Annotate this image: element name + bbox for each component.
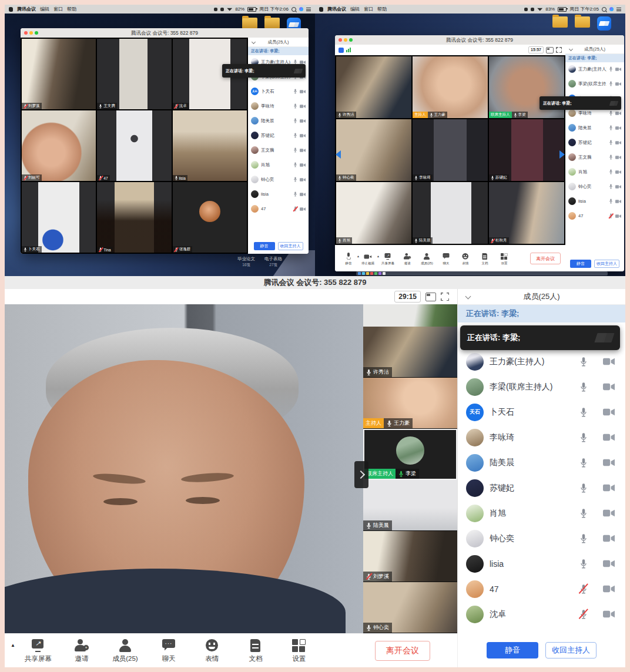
leave-meeting-button[interactable]: 离开会议 [375, 641, 430, 661]
camera-icon[interactable] [300, 207, 306, 211]
layout-switch-icon[interactable] [546, 47, 554, 53]
mic-icon[interactable] [579, 559, 588, 569]
toolbar-button[interactable]: + 邀请 [398, 251, 417, 266]
camera-icon[interactable] [300, 119, 306, 123]
camera-icon[interactable] [603, 382, 615, 391]
mic-icon[interactable] [609, 213, 613, 219]
member-row[interactable]: 李梁(联席主持人) [565, 76, 624, 91]
camera-icon[interactable] [615, 126, 621, 130]
toolbar-button[interactable]: 文档 [475, 251, 495, 266]
member-row[interactable]: 王文腾 [248, 143, 309, 157]
menubar-item[interactable]: 编辑 [40, 6, 49, 12]
leave-meeting-button[interactable]: 离开会议 [530, 253, 561, 264]
control-center-icon[interactable] [616, 8, 621, 11]
member-row[interactable]: 47 [248, 201, 309, 216]
minimize-button[interactable] [29, 31, 33, 35]
camera-icon[interactable] [300, 192, 306, 197]
member-row[interactable]: lisia [248, 187, 309, 201]
video-thumbnail[interactable]: 刘梦溪 [363, 531, 457, 582]
menubar-app-name[interactable]: 腾讯会议 [17, 6, 36, 12]
camera-icon[interactable] [615, 140, 621, 145]
video-tile[interactable]: 苏键妃 [489, 119, 564, 181]
mic-icon[interactable] [579, 483, 588, 493]
video-tile[interactable]: Tina [97, 182, 171, 253]
toolbar-button[interactable]: ↗ 共享屏幕 [19, 639, 58, 663]
search-icon[interactable] [602, 7, 606, 12]
folder-icon[interactable] [552, 16, 568, 28]
camera-icon[interactable] [615, 170, 621, 174]
menubar-app-name[interactable]: 腾讯会议 [327, 6, 346, 12]
camera-icon[interactable] [615, 111, 621, 116]
mic-icon[interactable] [293, 191, 297, 197]
toolbar-button[interactable]: + 邀请 [62, 639, 101, 663]
mic-icon[interactable] [579, 382, 588, 392]
video-thumbnail[interactable]: 陆美晨 [363, 480, 457, 531]
camera-icon[interactable] [603, 534, 615, 543]
video-tile[interactable]: 王文腾 [97, 39, 171, 109]
zoom-button[interactable] [35, 31, 38, 35]
camera-icon[interactable] [615, 184, 621, 189]
member-row[interactable]: 苏键妃 [248, 128, 309, 143]
mic-icon[interactable] [293, 89, 297, 94]
mic-icon[interactable] [579, 432, 588, 443]
member-row[interactable]: 王文腾 [565, 150, 624, 164]
toolbar-button[interactable]: 文档 [236, 639, 275, 663]
toolbar-button[interactable]: 静音 [339, 251, 358, 266]
toolbar-button[interactable]: 表情 [193, 639, 232, 663]
camera-icon[interactable] [615, 199, 621, 204]
member-row[interactable]: 陆美晨 [458, 450, 625, 475]
camera-icon[interactable] [300, 163, 306, 167]
mic-icon[interactable] [293, 118, 297, 123]
menubar-item[interactable]: 帮助 [67, 6, 76, 12]
camera-icon[interactable] [615, 82, 621, 86]
camera-icon[interactable] [300, 177, 306, 182]
reclaim-host-button[interactable]: 收回主持人 [594, 260, 619, 268]
status-icon[interactable] [524, 8, 528, 11]
camera-icon[interactable] [603, 433, 615, 442]
camera-icon[interactable] [300, 148, 306, 153]
toolbar-button[interactable]: 停止视频 [358, 251, 378, 266]
status-icon[interactable] [214, 8, 217, 11]
member-row[interactable]: 钟心奕 [458, 526, 625, 551]
member-row[interactable]: 钟心奕 [565, 179, 624, 194]
fullscreen-icon[interactable] [556, 47, 562, 53]
member-row[interactable]: 肖旭 [248, 157, 309, 172]
member-row[interactable]: 47 [458, 576, 625, 602]
wifi-icon[interactable] [227, 8, 232, 11]
wifi-icon[interactable] [537, 8, 542, 11]
video-tile[interactable]: 许秀洁 [336, 56, 411, 118]
prev-page-arrow[interactable] [336, 150, 341, 159]
layout-switch-icon[interactable] [425, 293, 436, 301]
member-row[interactable]: 陆美晨 [248, 113, 309, 128]
close-button[interactable] [339, 38, 342, 42]
member-row[interactable]: 陆美晨 [565, 120, 624, 135]
mic-icon[interactable] [579, 357, 588, 367]
camera-icon[interactable] [615, 67, 621, 72]
mic-icon[interactable] [609, 66, 613, 72]
folder-icon[interactable] [242, 18, 257, 29]
window-titlebar[interactable]: 腾讯会议 会议号: 355 822 879 [21, 28, 309, 38]
member-row[interactable]: 肖旭 [458, 500, 625, 526]
dock[interactable] [356, 271, 608, 275]
active-speaker-video[interactable] [5, 304, 363, 633]
mic-icon[interactable] [609, 169, 613, 174]
video-tile[interactable]: 钟心奕 [336, 119, 411, 181]
status-icon[interactable] [220, 8, 224, 11]
mic-icon[interactable] [293, 103, 297, 109]
camera-icon[interactable] [300, 133, 306, 138]
siri-icon[interactable] [299, 7, 303, 11]
mic-icon[interactable] [579, 508, 588, 519]
video-tile[interactable]: 主持人 王力豪 [413, 56, 488, 118]
video-tile[interactable]: 肖旭 [336, 182, 411, 244]
video-tile[interactable]: 李咏琦 [413, 119, 488, 181]
toolbar-button[interactable]: ··· 聊天 [437, 251, 456, 266]
video-tile[interactable]: 杜秋月 [489, 182, 564, 244]
clock[interactable]: 周日 下午2:06 [259, 6, 289, 12]
clock[interactable]: 周日 下午2:05 [569, 6, 599, 12]
mic-icon[interactable] [293, 133, 297, 138]
collapse-panel-handle[interactable] [354, 461, 368, 488]
video-tile[interactable]: 张逸群 [173, 182, 247, 253]
camera-icon[interactable] [603, 610, 615, 619]
camera-icon[interactable] [615, 214, 621, 219]
menubar-item[interactable]: 窗口 [53, 6, 63, 12]
